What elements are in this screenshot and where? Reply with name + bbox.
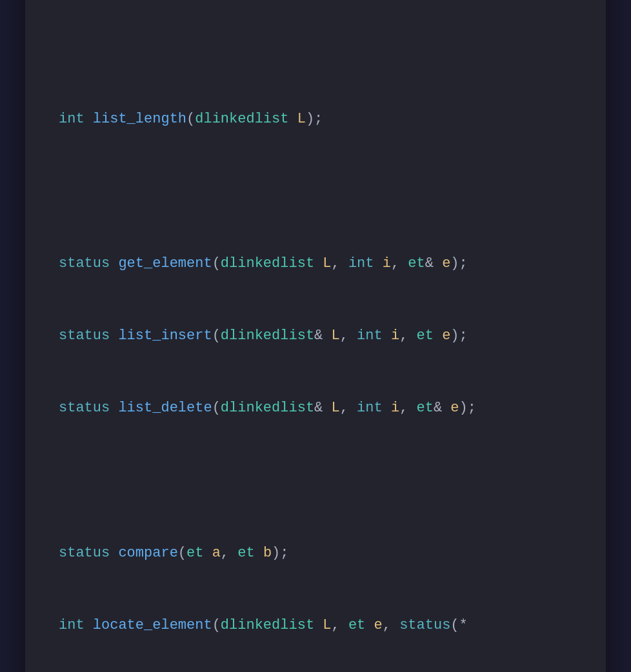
code-editor-panel: #pragma once #include"predefine.h" void … (25, 0, 606, 672)
code-line-9: status list_insert(dlinkedlist& L, int i… (59, 324, 572, 348)
code-content: #pragma once #include"predefine.h" void … (59, 0, 572, 672)
code-line-12: int locate_element(dlinkedlist L, et e, … (59, 613, 572, 637)
blank-line-3 (59, 179, 572, 203)
code-line-10: status list_delete(dlinkedlist& L, int i… (59, 396, 572, 420)
code-line-7: int list_length(dlinkedlist L); (59, 107, 572, 131)
code-line-11: status compare(et a, et b); (59, 541, 572, 565)
blank-line-4 (59, 469, 572, 493)
code-line-8: status get_element(dlinkedlist L, int i,… (59, 252, 572, 275)
blank-line-2 (59, 35, 572, 59)
